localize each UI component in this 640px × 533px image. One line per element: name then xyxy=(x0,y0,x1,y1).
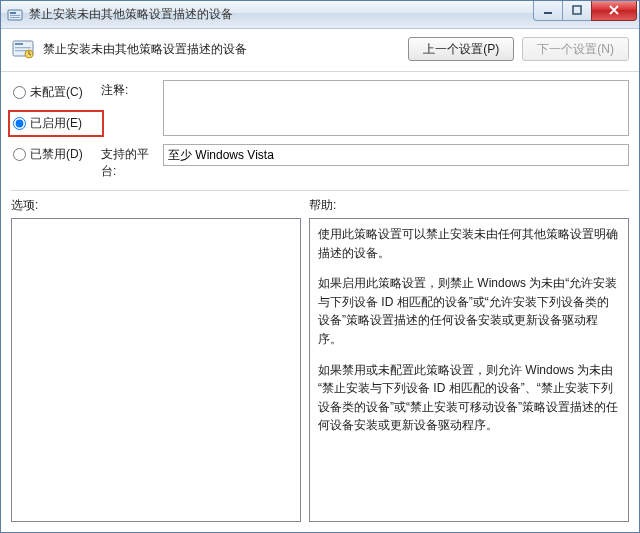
svg-rect-5 xyxy=(573,6,581,14)
platform-value: 至少 Windows Vista xyxy=(163,144,629,166)
radio-not-configured-input[interactable] xyxy=(13,86,26,99)
svg-rect-7 xyxy=(15,43,23,45)
lower-panes: 使用此策略设置可以禁止安装未由任何其他策略设置明确描述的设备。 如果启用此策略设… xyxy=(1,218,639,532)
minimize-button[interactable] xyxy=(533,1,563,21)
previous-setting-button[interactable]: 上一个设置(P) xyxy=(408,37,514,61)
maximize-button[interactable] xyxy=(562,1,592,21)
help-pane[interactable]: 使用此策略设置可以禁止安装未由任何其他策略设置明确描述的设备。 如果启用此策略设… xyxy=(309,218,629,522)
policy-icon xyxy=(11,37,35,61)
svg-rect-1 xyxy=(10,12,16,14)
state-radio-group: 未配置(C) 已启用(E) 已禁用(D) xyxy=(11,80,101,180)
svg-rect-3 xyxy=(10,17,20,18)
options-pane[interactable] xyxy=(11,218,301,522)
close-button[interactable] xyxy=(591,1,637,21)
platform-label: 支持的平台: xyxy=(101,144,157,180)
window-controls xyxy=(534,1,637,21)
svg-rect-8 xyxy=(15,47,31,48)
page-title: 禁止安装未由其他策略设置描述的设备 xyxy=(43,41,400,58)
gpedit-policy-dialog: 禁止安装未由其他策略设置描述的设备 禁止安装未由其他策略设 xyxy=(0,0,640,533)
help-paragraph: 使用此策略设置可以禁止安装未由任何其他策略设置明确描述的设备。 xyxy=(318,225,620,262)
help-label: 帮助: xyxy=(309,197,629,214)
comment-input[interactable] xyxy=(163,80,629,136)
radio-not-configured-label: 未配置(C) xyxy=(30,84,83,101)
radio-enabled-label: 已启用(E) xyxy=(30,115,82,132)
comment-label: 注释: xyxy=(101,80,157,99)
next-setting-button: 下一个设置(N) xyxy=(522,37,629,61)
platform-row: 支持的平台: 至少 Windows Vista xyxy=(101,144,629,180)
svg-rect-2 xyxy=(10,15,20,16)
app-icon xyxy=(7,7,23,23)
titlebar: 禁止安装未由其他策略设置描述的设备 xyxy=(1,1,639,29)
radio-enabled[interactable]: 已启用(E) xyxy=(11,113,101,134)
config-area: 未配置(C) 已启用(E) 已禁用(D) 注释: 支持的平台: 至少 Windo… xyxy=(1,72,639,184)
comment-row: 注释: xyxy=(101,80,629,136)
header-row: 禁止安装未由其他策略设置描述的设备 上一个设置(P) 下一个设置(N) xyxy=(1,29,639,72)
options-label: 选项: xyxy=(11,197,309,214)
svg-rect-4 xyxy=(544,12,552,14)
help-paragraph: 如果禁用或未配置此策略设置，则允许 Windows 为未由“禁止安装与下列设备 … xyxy=(318,361,620,435)
window-title: 禁止安装未由其他策略设置描述的设备 xyxy=(29,6,534,23)
lower-headers: 选项: 帮助: xyxy=(1,191,639,218)
radio-disabled[interactable]: 已禁用(D) xyxy=(11,144,101,165)
radio-disabled-input[interactable] xyxy=(13,148,26,161)
fields-column: 注释: 支持的平台: 至少 Windows Vista xyxy=(101,80,629,180)
radio-enabled-input[interactable] xyxy=(13,117,26,130)
radio-not-configured[interactable]: 未配置(C) xyxy=(11,82,101,103)
help-paragraph: 如果启用此策略设置，则禁止 Windows 为未由“允许安装与下列设备 ID 相… xyxy=(318,274,620,348)
radio-disabled-label: 已禁用(D) xyxy=(30,146,83,163)
